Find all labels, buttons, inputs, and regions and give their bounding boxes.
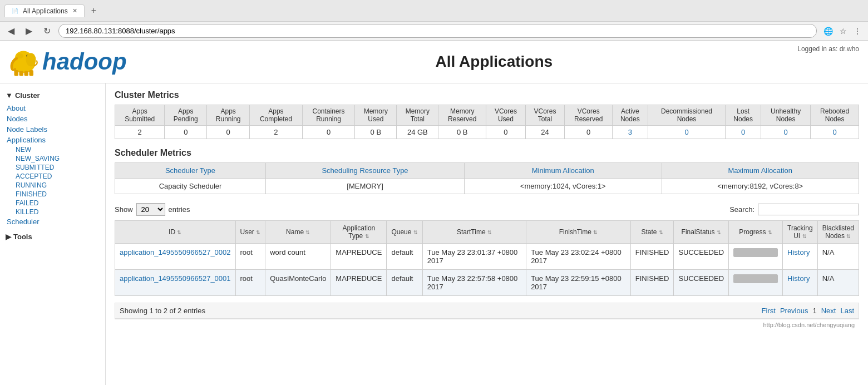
sidebar-item-killed[interactable]: KILLED: [13, 208, 92, 216]
cell-id[interactable]: application_1495550966527_0002: [115, 244, 236, 270]
col-blacklisted-nodes[interactable]: BlacklistedNodes ⇅: [817, 221, 859, 244]
col-state[interactable]: State ⇅: [630, 221, 674, 244]
sidebar-item-nodes[interactable]: Nodes: [4, 113, 101, 124]
col-id[interactable]: ID ⇅: [115, 221, 236, 244]
scheduler-metrics-title: Scheduler Metrics: [115, 148, 859, 158]
svg-rect-8: [24, 71, 29, 76]
address-input[interactable]: [58, 24, 817, 38]
sidebar-item-submitted[interactable]: SUBMITTED: [13, 163, 92, 172]
translate-button[interactable]: 🌐: [821, 26, 835, 37]
val-memory-total: 24 GB: [397, 126, 438, 139]
bookmark-button[interactable]: ☆: [837, 26, 849, 37]
col-tracking-ui[interactable]: TrackingUI ⇅: [783, 221, 818, 244]
val-apps-completed: 2: [250, 126, 303, 139]
sidebar-tools-label: Tools: [13, 233, 32, 241]
lost-nodes-link[interactable]: 0: [741, 128, 745, 136]
pagination-last[interactable]: Last: [840, 307, 854, 315]
hadoop-logo-text: hadoop: [42, 48, 127, 75]
sidebar-item-applications[interactable]: Applications: [4, 135, 101, 145]
col-active-nodes: ActiveNodes: [613, 105, 648, 126]
entries-select[interactable]: 20 50 100: [136, 203, 165, 216]
pagination-next[interactable]: Next: [821, 307, 836, 315]
menu-button[interactable]: ⋮: [851, 26, 864, 37]
title-bar: 📄 All Applications ✕ +: [0, 0, 868, 22]
show-entries-bar: Show 20 50 100 entries Search:: [115, 203, 859, 216]
rebooted-nodes-link[interactable]: 0: [833, 128, 837, 136]
sidebar-item-running[interactable]: RUNNING: [13, 181, 92, 190]
sidebar-item-failed[interactable]: FAILED: [13, 199, 92, 208]
val-decommissioned-nodes[interactable]: 0: [648, 126, 726, 139]
val-vcores-reserved: 0: [565, 126, 613, 139]
app-id-link[interactable]: application_1495550966527_0002: [120, 248, 231, 256]
cell-final-status: SUCCEEDED: [674, 244, 729, 270]
cell-tracking-ui[interactable]: History: [783, 244, 818, 270]
sidebar-item-scheduler[interactable]: Scheduler: [4, 216, 101, 227]
pagination-previous[interactable]: Previous: [780, 307, 808, 315]
unhealthy-nodes-link[interactable]: 0: [784, 128, 788, 136]
cluster-metrics-table: AppsSubmitted AppsPending AppsRunning Ap…: [115, 105, 859, 139]
pagination-showing: Showing 1 to 2 of 2 entries: [120, 307, 205, 315]
val-scheduling-resource-type: [MEMORY]: [266, 179, 465, 194]
blacklisted-sort-icon: ⇅: [846, 234, 851, 239]
pagination-first[interactable]: First: [762, 307, 776, 315]
val-memory-reserved: 0 B: [438, 126, 486, 139]
id-sort-icon: ⇅: [177, 230, 181, 235]
col-user[interactable]: User ⇅: [235, 221, 265, 244]
cell-app-type: MAPREDUCE: [331, 244, 387, 270]
col-queue[interactable]: Queue ⇅: [387, 221, 422, 244]
col-name[interactable]: Name ⇅: [265, 221, 331, 244]
sidebar-item-accepted[interactable]: ACCEPTED: [13, 172, 92, 181]
search-input[interactable]: [758, 204, 859, 215]
cell-id[interactable]: application_1495550966527_0001: [115, 270, 236, 296]
col-finish-time[interactable]: FinishTime ⇅: [526, 221, 631, 244]
col-start-time[interactable]: StartTime ⇅: [422, 221, 526, 244]
back-button[interactable]: ◀: [4, 24, 18, 37]
col-apps-completed: AppsCompleted: [250, 105, 303, 126]
browser-chrome: 📄 All Applications ✕ + ◀ ▶ ↻ 🌐 ☆ ⋮: [0, 0, 868, 41]
val-rebooted-nodes[interactable]: 0: [811, 126, 859, 139]
hadoop-elephant-icon: [7, 45, 40, 78]
val-apps-running: 0: [207, 126, 250, 139]
col-containers-running: ContainersRunning: [302, 105, 355, 126]
sidebar-tools-header[interactable]: ▶ Tools: [0, 229, 105, 244]
progress-bar: [733, 248, 778, 257]
tracking-ui-link[interactable]: History: [787, 248, 810, 256]
cell-tracking-ui[interactable]: History: [783, 270, 818, 296]
table-row: application_1495550966527_0002 root word…: [115, 244, 859, 270]
forward-button[interactable]: ▶: [22, 24, 36, 37]
sidebar-item-new-saving[interactable]: NEW_SAVING: [13, 154, 92, 163]
refresh-button[interactable]: ↻: [40, 24, 54, 37]
svg-rect-9: [29, 70, 34, 76]
val-apps-pending: 0: [165, 126, 207, 139]
sidebar-cluster-header[interactable]: ▼ Cluster: [0, 88, 105, 103]
cell-name: QuasiMonteCarlo: [265, 270, 331, 296]
sidebar-item-node-labels[interactable]: Node Labels: [4, 124, 101, 135]
col-final-status[interactable]: FinalStatus ⇅: [674, 221, 729, 244]
app-id-link[interactable]: application_1495550966527_0001: [120, 274, 231, 283]
val-unhealthy-nodes[interactable]: 0: [761, 126, 810, 139]
val-vcores-used: 0: [486, 126, 526, 139]
apptype-sort-icon: ⇅: [365, 234, 369, 239]
show-entries-left: Show 20 50 100 entries: [115, 203, 190, 216]
col-memory-reserved: MemoryReserved: [438, 105, 486, 126]
cell-queue: default: [387, 270, 422, 296]
browser-tab[interactable]: 📄 All Applications ✕: [4, 4, 85, 17]
active-nodes-link[interactable]: 3: [628, 128, 632, 136]
tracking-ui-link[interactable]: History: [787, 274, 810, 283]
sidebar-item-new[interactable]: NEW: [13, 145, 92, 154]
col-progress[interactable]: Progress ⇅: [729, 221, 783, 244]
new-tab-button[interactable]: +: [87, 3, 101, 18]
decommissioned-nodes-link[interactable]: 0: [684, 128, 688, 136]
trackingui-sort-icon: ⇅: [802, 234, 807, 239]
cell-user: root: [235, 270, 265, 296]
browser-actions: 🌐 ☆ ⋮: [821, 26, 864, 37]
sidebar-item-about[interactable]: About: [4, 103, 101, 113]
val-active-nodes[interactable]: 3: [613, 126, 648, 139]
val-memory-used: 0 B: [355, 126, 397, 139]
col-apps-running: AppsRunning: [207, 105, 250, 126]
sidebar-item-finished[interactable]: FINISHED: [13, 190, 92, 199]
val-lost-nodes[interactable]: 0: [726, 126, 761, 139]
col-app-type[interactable]: ApplicationType ⇅: [331, 221, 387, 244]
tab-close-button[interactable]: ✕: [72, 7, 77, 14]
scheduler-metrics-table: Scheduler Type Scheduling Resource Type …: [115, 162, 859, 194]
